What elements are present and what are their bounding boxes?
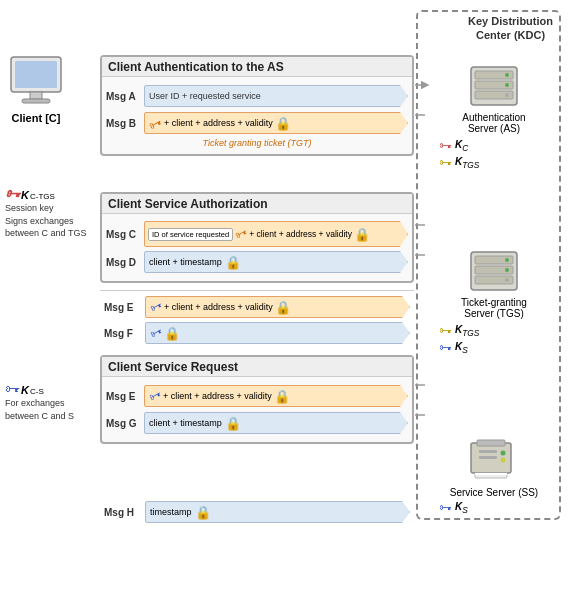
msg-c-label: Msg C — [106, 229, 144, 240]
as-keys: 🗝 KC 🗝 KTGS — [429, 138, 559, 170]
msg-e2-row: Msg E 🗝 + client + address + validity 🔒 — [106, 384, 408, 408]
msg-a-arrow: User ID + requested service — [144, 85, 408, 107]
svg-point-23 — [500, 458, 505, 463]
svg-rect-3 — [22, 99, 50, 103]
msg-e2-label: Msg E — [106, 391, 144, 402]
tgs-server-label: Ticket-granting Server (TGS) — [429, 297, 559, 319]
msg-a-label: Msg A — [106, 91, 144, 102]
section-auth: Client Authentication to the AS Msg A Us… — [100, 55, 414, 156]
svg-rect-19 — [477, 440, 505, 446]
msg-g-row: Msg G client + timestamp 🔒 — [106, 411, 408, 435]
msg-e2-arrow: 🗝 + client + address + validity 🔒 — [144, 385, 408, 407]
svg-point-8 — [505, 73, 509, 77]
msg-f-row: Msg F 🗝 🔒 — [100, 321, 414, 345]
msg-e-resp-arrow: 🗝 + client + address + validity 🔒 — [145, 296, 410, 318]
msg-g-label: Msg G — [106, 418, 144, 429]
section-auth-title: Client Authentication to the AS — [102, 57, 412, 77]
msg-e-resp-content: + client + address + validity — [164, 302, 273, 312]
svg-point-9 — [505, 83, 509, 87]
msg-e2-lock-black: 🔒 — [274, 390, 290, 403]
msg-c-row: Msg C ID of service requested 🗝 + client… — [106, 221, 408, 247]
as-server-icon — [429, 65, 559, 112]
msg-g-content: client + timestamp — [149, 418, 222, 428]
section-service-req-title: Client Service Request — [102, 357, 412, 377]
msg-b-key-orange: 🗝 — [147, 114, 165, 132]
tgs-server-icon — [429, 250, 559, 297]
svg-rect-21 — [475, 473, 507, 475]
msg-b-lock-yellow: 🔒 — [275, 117, 291, 130]
msg-g-arrow: client + timestamp 🔒 — [144, 412, 408, 434]
ss-server-area: Service Server (SS) 🗝 KS — [429, 435, 559, 517]
tgs-keys: 🗝 KTGS 🗝 KS — [429, 323, 559, 355]
svg-rect-2 — [30, 92, 42, 99]
svg-rect-1 — [15, 61, 57, 88]
msg-e-resp-label: Msg E — [104, 302, 142, 313]
msg-c-lock-yellow: 🔒 — [354, 228, 370, 241]
kdc-key-ktgs: 🗝 KTGS — [439, 155, 559, 170]
svg-point-17 — [505, 278, 509, 282]
msg-h-arrow: timestamp 🔒 — [145, 501, 410, 523]
msg-d-label: Msg D — [106, 257, 144, 268]
kdc-key-ktgs2: 🗝 KTGS — [439, 323, 559, 338]
msg-d-content: client + timestamp — [149, 257, 222, 267]
as-server-label: Authentication Server (AS) — [429, 112, 559, 134]
svg-point-15 — [505, 258, 509, 262]
svg-rect-25 — [479, 456, 497, 459]
msg-b-content: + client + address + validity — [164, 118, 273, 128]
as-server-area: Authentication Server (AS) 🗝 KC 🗝 KTGS — [429, 65, 559, 172]
ss-keys: 🗝 KS — [429, 500, 559, 515]
kdc-key-kc: 🗝 KC — [439, 138, 559, 153]
svg-point-10 — [505, 93, 509, 97]
msg-f-arrow: 🗝 🔒 — [145, 322, 410, 344]
msg-c-inner-box: ID of service requested — [148, 228, 233, 241]
msg-g-lock-blue: 🔒 — [225, 417, 241, 430]
msg-h-label: Msg H — [104, 507, 142, 518]
svg-rect-24 — [479, 450, 497, 453]
msg-f-key-blue: 🗝 — [148, 325, 164, 341]
msg-h-content: timestamp — [150, 507, 192, 517]
ss-server-label: Service Server (SS) — [429, 487, 559, 498]
msg-e-response-row: Msg E 🗝 + client + address + validity 🔒 — [100, 295, 414, 319]
msg-f-lock-red: 🔒 — [164, 327, 180, 340]
kdc-key-ks: 🗝 KS — [439, 340, 559, 355]
msg-b-arrow: 🗝 + client + address + validity 🔒 — [144, 112, 408, 134]
section-authz-title: Client Service Authorization — [102, 194, 412, 214]
section-service-req: Client Service Request Msg E 🗝 + client … — [100, 355, 414, 444]
msg-h-lock-blue: 🔒 — [195, 506, 211, 519]
tgs-server-area: Ticket-granting Server (TGS) 🗝 KTGS 🗝 KS — [429, 250, 559, 357]
msg-e2-key-blue: 🗝 — [147, 388, 163, 404]
kdc-title: Key Distribution Center (KDC) — [468, 14, 553, 43]
tgt-label: Ticket granting ticket (TGT) — [106, 138, 408, 150]
msg-e-key-blue: 🗝 — [148, 299, 164, 315]
msg-b-label: Msg B — [106, 118, 144, 129]
client-computer — [6, 55, 66, 112]
divider1 — [100, 290, 414, 291]
msg-c-content: + client + address + validity — [249, 229, 352, 239]
client-label: Client [C] — [6, 112, 66, 124]
msg-c-arrow: ID of service requested 🗝 + client + add… — [144, 221, 408, 247]
msg-d-row: Msg D client + timestamp 🔒 — [106, 250, 408, 274]
msg-c-key-orange: 🗝 — [233, 226, 249, 242]
ss-server-icon — [429, 435, 559, 487]
client-area: Client [C] — [6, 55, 66, 124]
msg-b-row: Msg B 🗝 + client + address + validity 🔒 — [106, 111, 408, 135]
msg-e-lock-black: 🔒 — [275, 301, 291, 314]
msg-f-label: Msg F — [104, 328, 142, 339]
msg-d-arrow: client + timestamp 🔒 — [144, 251, 408, 273]
legend-cs-desc: For exchanges between C and S — [5, 397, 74, 422]
msg-a-content: User ID + requested service — [149, 91, 261, 101]
svg-point-16 — [505, 268, 509, 272]
legend-ctgs-desc: Session key Signs exchanges between C an… — [5, 202, 86, 240]
legend-ctgs: 🗝 KC-TGS Session key Signs exchanges bet… — [5, 185, 86, 240]
msg-a-row: Msg A User ID + requested service — [106, 84, 408, 108]
section-authz: Client Service Authorization Msg C ID of… — [100, 192, 414, 283]
msg-d-lock-red: 🔒 — [225, 256, 241, 269]
svg-point-22 — [500, 451, 505, 456]
msg-e2-content: + client + address + validity — [163, 391, 272, 401]
legend-cs: 🗝 KC-S For exchanges between C and S — [5, 380, 74, 422]
msg-h-row: Msg H timestamp 🔒 — [100, 500, 414, 524]
ss-key-ks: 🗝 KS — [439, 500, 559, 515]
